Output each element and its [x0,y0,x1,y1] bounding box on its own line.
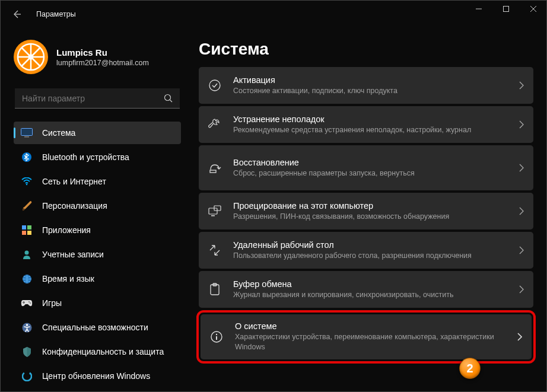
gamepad-icon [21,297,33,309]
svg-point-21 [30,302,31,304]
card-about[interactable]: О системеХарактеристики устройства, пере… [201,314,532,359]
close-button[interactable] [520,0,547,18]
card-subtitle: Сброс, расширенные параметры запуска, ве… [233,168,512,179]
nav-network[interactable]: Сеть и Интернет [14,170,181,193]
window-title: Параметры [36,10,76,18]
card-title: Активация [233,75,512,85]
nav-label: Игры [42,298,62,308]
maximize-button[interactable] [492,0,520,18]
card-clipboard[interactable]: Буфер обменаЖурнал вырезания и копирован… [199,271,533,308]
remote-icon [208,244,221,257]
card-subtitle: Пользователи удаленного рабочего стола, … [233,251,512,261]
card-recovery[interactable]: ВосстановлениеСброс, расширенные парамет… [199,145,533,190]
nav-windows-update[interactable]: Центр обновления Windows [14,365,181,387]
avatar [14,40,48,74]
svg-point-18 [25,251,29,255]
accessibility-icon [21,321,33,333]
minimize-button[interactable] [465,0,492,18]
card-title: Проецирование на этот компьютер [233,201,512,211]
check-shield-icon [208,79,221,92]
recovery-icon [208,161,221,174]
chevron-right-icon [519,81,524,90]
svg-rect-34 [216,336,217,340]
back-button[interactable] [11,9,22,20]
sidebar: Lumpics Ru lumpfirm2017@hotmail.com Сист… [1,28,187,391]
card-subtitle: Рекомендуемые средства устранения непола… [233,125,512,135]
card-troubleshoot[interactable]: Устранение неполадокРекомендуемые средст… [199,106,533,143]
wrench-icon [208,118,221,131]
card-remote-desktop[interactable]: Удаленный рабочий столПользователи удале… [199,232,533,269]
profile-block[interactable]: Lumpics Ru lumpfirm2017@hotmail.com [14,40,181,74]
svg-rect-11 [24,136,29,138]
card-activation[interactable]: АктивацияСостояние активации, подписки, … [199,67,533,104]
nav-system[interactable]: Система [14,122,181,144]
apps-icon [21,224,33,236]
svg-rect-0 [504,7,509,12]
svg-rect-16 [22,231,26,235]
card-title: Устранение неполадок [233,114,512,124]
svg-point-7 [28,55,34,60]
nav-label: Центр обновления Windows [42,371,150,381]
nav-label: Конфиденциальность и защита [42,347,164,356]
card-title: Буфер обмена [233,279,512,289]
brush-icon [21,200,33,212]
nav-accessibility[interactable]: Специальные возможности [14,316,181,339]
svg-point-33 [216,334,217,335]
highlight-box: О системеХарактеристики устройства, пере… [196,310,536,364]
nav-accounts[interactable]: Учетные записи [14,243,181,266]
card-projecting[interactable]: Проецирование на этот компьютерРазрешени… [199,193,533,230]
svg-line-9 [170,100,173,103]
nav-time-language[interactable]: Время и язык [14,267,181,290]
search-input[interactable] [22,94,164,103]
step-badge: 2 [459,358,481,379]
nav-label: Приложения [42,225,91,235]
card-subtitle: Состояние активации, подписки, ключ прод… [233,86,512,96]
svg-rect-17 [27,231,31,235]
project-icon [208,205,221,218]
nav-personalization[interactable]: Персонализация [14,195,181,217]
nav-privacy[interactable]: Конфиденциальность и защита [14,340,181,363]
nav-label: Система [42,128,75,138]
svg-point-13 [26,184,28,186]
system-icon [21,127,33,139]
card-title: О системе [235,321,510,331]
info-icon [210,330,223,343]
nav-list: Система Bluetooth и устройства Сеть и Ин… [14,122,181,387]
profile-email: lumpfirm2017@hotmail.com [56,59,149,67]
person-icon [21,248,33,260]
card-subtitle: Разрешения, ПИН-код связывания, возможно… [233,212,512,222]
svg-rect-27 [209,208,217,214]
svg-rect-26 [210,170,216,173]
svg-rect-15 [27,225,31,230]
wifi-icon [21,176,33,187]
nav-apps[interactable]: Приложения [14,219,181,241]
svg-rect-29 [211,215,215,216]
content-area: Система АктивацияСостояние активации, по… [187,28,546,391]
nav-gaming[interactable]: Игры [14,292,181,314]
clipboard-icon [208,283,221,296]
chevron-right-icon [519,120,524,129]
nav-label: Персонализация [42,201,107,211]
search-box[interactable] [15,88,180,109]
shield-icon [21,346,33,358]
nav-label: Сеть и Интернет [42,177,106,186]
globe-clock-icon [21,273,33,285]
chevron-right-icon [519,164,524,172]
svg-rect-14 [22,225,26,230]
nav-bluetooth[interactable]: Bluetooth и устройства [14,146,181,168]
card-title: Восстановление [233,158,512,167]
nav-label: Время и язык [42,274,94,283]
update-icon [21,370,33,382]
bluetooth-icon [21,151,33,163]
svg-point-23 [26,324,28,326]
search-icon [164,94,173,103]
nav-label: Специальные возможности [42,323,148,332]
nav-label: Bluetooth и устройства [42,152,129,162]
chevron-right-icon [517,333,522,341]
card-subtitle: Характеристики устройства, переименовани… [235,332,510,352]
page-title: Система [199,40,533,59]
title-bar: Параметры [1,1,546,28]
svg-rect-10 [21,129,33,136]
card-subtitle: Журнал вырезания и копирования, синхрони… [233,290,512,300]
svg-point-8 [165,95,171,101]
